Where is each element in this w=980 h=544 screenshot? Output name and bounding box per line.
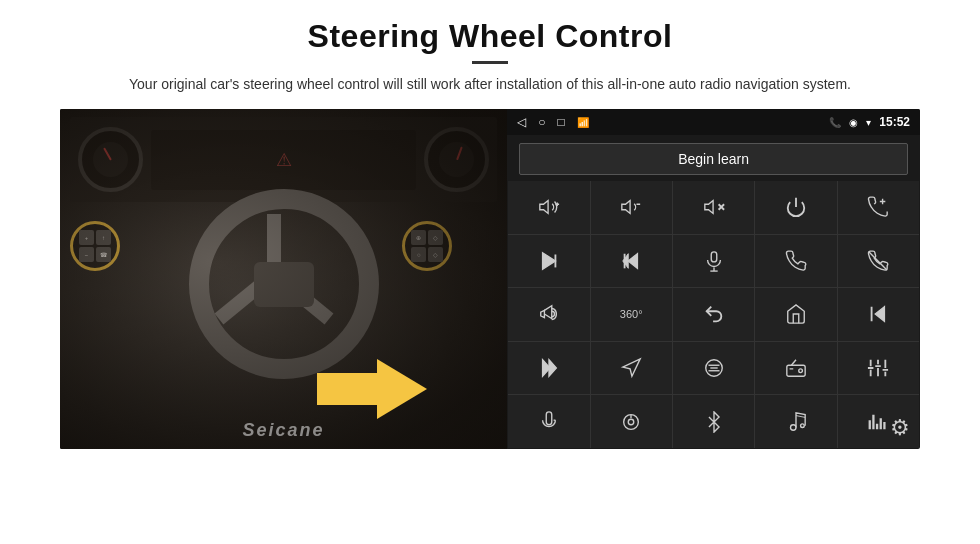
phone-icon — [785, 250, 807, 272]
nav-icons: ◁ ○ □ 📶 — [517, 115, 589, 129]
gauge-needle-left — [103, 147, 112, 160]
gauge-left-inner — [93, 142, 128, 177]
page-title: Steering Wheel Control — [308, 18, 673, 55]
control-grid: 360° — [508, 181, 919, 448]
sw-mini-btn-1: + — [79, 230, 94, 245]
ctrl-bluetooth[interactable] — [673, 395, 754, 448]
ctrl-horn[interactable] — [508, 288, 589, 341]
navigate-icon — [620, 357, 642, 379]
svg-point-45 — [790, 424, 796, 430]
mic-icon — [703, 250, 725, 272]
sw-mini-btn-7: ○ — [411, 247, 426, 262]
recent-nav-icon[interactable]: □ — [557, 115, 564, 129]
ctrl-power[interactable] — [755, 181, 836, 234]
eq-icon — [703, 357, 725, 379]
svg-point-30 — [799, 369, 803, 373]
gauge-right-inner — [439, 142, 474, 177]
sw-mini-btn-4: ☎ — [96, 247, 111, 262]
music-icon — [785, 411, 807, 433]
ctrl-back[interactable] — [673, 288, 754, 341]
ctrl-navigate[interactable] — [591, 342, 672, 395]
begin-learn-button[interactable]: Begin learn — [519, 143, 908, 175]
phone-icon: 📞 — [829, 117, 841, 128]
ctrl-mute[interactable] — [673, 181, 754, 234]
main-image-area: ⚠ — [60, 109, 920, 449]
ctrl-skip-fwd[interactable] — [508, 235, 589, 288]
sw-btn-right: ⊕ ◇ ○ ◇ — [402, 221, 452, 271]
svg-rect-16 — [711, 252, 717, 262]
mic2-icon — [538, 411, 560, 433]
begin-learn-container: Begin learn — [507, 135, 920, 181]
ctrl-vol-down[interactable] — [591, 181, 672, 234]
ctrl-prev-track[interactable] — [838, 288, 919, 341]
ctrl-360[interactable]: 360° — [591, 288, 672, 341]
page-subtitle: Your original car's steering wheel contr… — [129, 74, 851, 95]
svg-marker-21 — [876, 307, 885, 322]
gauge-needle-right — [456, 146, 463, 160]
steering-photo: ⚠ — [60, 109, 507, 449]
ctrl-settings-slider[interactable] — [838, 342, 919, 395]
skip-back-fwd-icon — [620, 250, 642, 272]
location-icon: ◉ — [849, 117, 858, 128]
sw-btn-left: + ↑ − ☎ — [70, 221, 120, 271]
fast-fwd-icon — [538, 357, 560, 379]
svg-marker-11 — [542, 253, 555, 270]
title-divider — [472, 61, 508, 64]
prev-track-icon — [867, 303, 889, 325]
home-icon — [785, 303, 807, 325]
steering-wheel-visual — [189, 189, 379, 379]
equalizer-icon — [867, 411, 889, 433]
ctrl-skip-back-fwd[interactable] — [591, 235, 672, 288]
360-icon: 360° — [620, 309, 643, 320]
vol-down-icon — [620, 196, 642, 218]
status-right: 📞 ◉ ▾ 15:52 — [829, 115, 910, 129]
gauge-right — [424, 127, 489, 192]
ctrl-knob[interactable] — [591, 395, 672, 448]
sw-mini-btn-3: − — [79, 247, 94, 262]
hang-up-icon — [867, 250, 889, 272]
ctrl-fast-fwd[interactable] — [508, 342, 589, 395]
arrow-container — [317, 359, 427, 419]
sw-mini-btn-6: ◇ — [428, 230, 443, 245]
skip-fwd-icon — [538, 250, 560, 272]
ctrl-mic[interactable] — [673, 235, 754, 288]
ctrl-call-end[interactable] — [838, 181, 919, 234]
bluetooth-icon — [703, 411, 725, 433]
radio-icon — [785, 357, 807, 379]
ctrl-mic2[interactable] — [508, 395, 589, 448]
android-ui: ◁ ○ □ 📶 📞 ◉ ▾ 15:52 Begin learn — [507, 109, 920, 449]
ctrl-music[interactable] — [755, 395, 836, 448]
svg-marker-23 — [549, 360, 556, 377]
ctrl-radio[interactable] — [755, 342, 836, 395]
status-bar: ◁ ○ □ 📶 📞 ◉ ▾ 15:52 — [507, 109, 920, 135]
svg-point-46 — [801, 424, 805, 428]
svg-marker-14 — [628, 254, 637, 269]
ctrl-phone[interactable] — [755, 235, 836, 288]
slider-icon — [867, 357, 889, 379]
gauge-left — [78, 127, 143, 192]
settings-button[interactable]: ⚙ — [890, 415, 910, 441]
signal-icon: 📶 — [577, 117, 589, 128]
sw-hub — [254, 262, 314, 307]
svg-point-43 — [628, 419, 634, 425]
seicane-watermark: Seicane — [243, 420, 325, 441]
wifi-icon: ▾ — [866, 117, 871, 128]
power-icon — [785, 196, 807, 218]
ctrl-eq[interactable] — [673, 342, 754, 395]
mute-icon — [703, 196, 725, 218]
horn-icon — [538, 303, 560, 325]
ctrl-vol-up[interactable] — [508, 181, 589, 234]
sw-mini-btn-2: ↑ — [96, 230, 111, 245]
ctrl-home[interactable] — [755, 288, 836, 341]
back-nav-icon[interactable]: ◁ — [517, 115, 526, 129]
svg-line-47 — [796, 415, 805, 417]
ctrl-hang-up[interactable] — [838, 235, 919, 288]
home-nav-icon[interactable]: ○ — [538, 115, 545, 129]
back-icon — [703, 303, 725, 325]
knob-icon — [620, 411, 642, 433]
sw-mini-btn-8: ◇ — [428, 247, 443, 262]
call-end-icon — [867, 196, 889, 218]
sw-mini-btn-5: ⊕ — [411, 230, 426, 245]
page-wrapper: Steering Wheel Control Your original car… — [0, 0, 980, 544]
arrow-head — [377, 359, 427, 419]
